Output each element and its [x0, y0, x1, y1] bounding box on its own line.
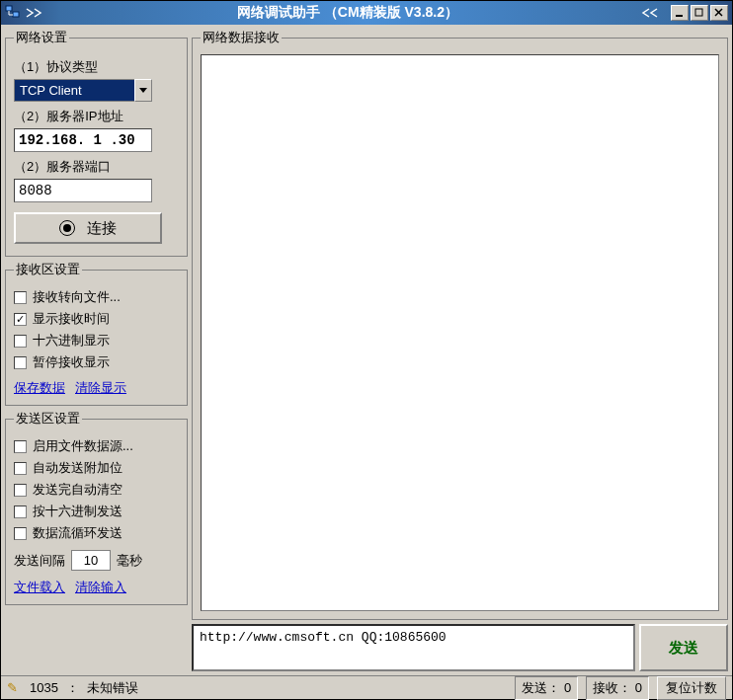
interval-label: 发送间隔: [14, 552, 65, 570]
protocol-value: TCP Client: [14, 79, 134, 102]
file-load-link[interactable]: 文件载入: [14, 579, 65, 596]
send-opt-label-2: 发送完自动清空: [33, 481, 122, 499]
title-left-chevron-icon: [25, 5, 54, 21]
send-settings-group: 发送区设置 启用文件数据源...自动发送附加位发送完自动清空按十六进制发送数据流…: [5, 410, 188, 605]
maximize-button[interactable]: [691, 5, 708, 21]
recv-data-group: 网络数据接收: [192, 29, 728, 620]
send-opt-checkbox-1[interactable]: [14, 462, 27, 475]
clear-input-link[interactable]: 清除输入: [75, 579, 126, 596]
send-opt-checkbox-0[interactable]: [14, 440, 27, 453]
send-settings-legend: 发送区设置: [14, 410, 82, 428]
recv-opt-checkbox-3[interactable]: [14, 356, 27, 369]
protocol-combo[interactable]: TCP Client: [14, 79, 152, 102]
send-opt-label-3: 按十六进制发送: [33, 503, 122, 520]
title-bar: 网络调试助手 （CM精装版 V3.8.2）: [1, 1, 732, 25]
send-opt-checkbox-4[interactable]: [14, 527, 27, 540]
send-opt-checkbox-3[interactable]: [14, 506, 27, 518]
recv-opt-label-3: 暂停接收显示: [33, 353, 110, 371]
recv-opt-row-2: 十六进制显示: [14, 332, 179, 350]
interval-unit: 毫秒: [117, 552, 142, 570]
sent-counter: 发送： 0: [515, 676, 578, 700]
status-code: 1035: [30, 680, 58, 695]
close-button[interactable]: [710, 5, 728, 21]
recv-opt-label-0: 接收转向文件...: [33, 288, 121, 306]
protocol-label: （1）协议类型: [14, 58, 179, 76]
send-textarea[interactable]: [192, 624, 635, 671]
connect-button[interactable]: 连接: [14, 212, 162, 244]
connect-label: 连接: [87, 219, 117, 238]
recv-data-legend: 网络数据接收: [201, 29, 282, 46]
connect-indicator-icon: [59, 220, 75, 236]
recv-opt-checkbox-1[interactable]: ✓: [14, 313, 27, 326]
recv-textarea[interactable]: [201, 54, 719, 611]
send-opt-label-4: 数据流循环发送: [33, 524, 122, 542]
status-message: 未知错误: [87, 679, 138, 697]
server-ip-input[interactable]: [14, 128, 152, 152]
send-opt-label-0: 启用文件数据源...: [33, 437, 133, 455]
port-label: （2）服务器端口: [14, 158, 179, 176]
interval-input[interactable]: [71, 550, 111, 571]
recv-opt-checkbox-2[interactable]: [14, 335, 27, 348]
window-title: 网络调试助手 （CM精装版 V3.8.2）: [54, 4, 641, 22]
svg-marker-8: [139, 88, 147, 93]
recv-counter: 接收： 0: [586, 676, 649, 700]
recv-opt-row-3: 暂停接收显示: [14, 353, 179, 371]
send-opt-row-4: 数据流循环发送: [14, 524, 179, 542]
status-icon: ✎: [7, 680, 18, 695]
network-settings-legend: 网络设置: [14, 29, 69, 46]
recv-settings-legend: 接收区设置: [14, 261, 82, 278]
chevron-down-icon[interactable]: [134, 79, 152, 102]
send-opt-row-3: 按十六进制发送: [14, 503, 179, 520]
status-bar: ✎ 1035 ： 未知错误 发送： 0 接收： 0 复位计数: [1, 675, 732, 699]
send-opt-checkbox-2[interactable]: [14, 484, 27, 497]
recv-opt-row-1: ✓显示接收时间: [14, 310, 179, 328]
network-settings-group: 网络设置 （1）协议类型 TCP Client （2）服务器IP地址 （2）服务…: [5, 29, 188, 257]
app-icon: [5, 5, 21, 21]
recv-opt-label-2: 十六进制显示: [33, 332, 110, 350]
server-port-input[interactable]: [14, 179, 152, 202]
recv-settings-group: 接收区设置 接收转向文件...✓显示接收时间十六进制显示暂停接收显示 保存数据 …: [5, 261, 188, 406]
svg-rect-1: [13, 12, 19, 17]
reset-counter-button[interactable]: 复位计数: [657, 676, 726, 700]
send-opt-row-1: 自动发送附加位: [14, 459, 179, 477]
save-data-link[interactable]: 保存数据: [14, 379, 65, 397]
send-button[interactable]: 发送: [639, 624, 728, 671]
title-right-chevron-icon: [641, 5, 671, 21]
clear-display-link[interactable]: 清除显示: [75, 379, 126, 397]
send-opt-row-0: 启用文件数据源...: [14, 437, 179, 455]
svg-rect-0: [6, 6, 12, 11]
ip-label: （2）服务器IP地址: [14, 108, 179, 125]
minimize-button[interactable]: [671, 5, 689, 21]
recv-opt-row-0: 接收转向文件...: [14, 288, 179, 306]
send-opt-row-2: 发送完自动清空: [14, 481, 179, 499]
svg-rect-5: [695, 9, 702, 16]
recv-opt-checkbox-0[interactable]: [14, 291, 27, 304]
recv-opt-label-1: 显示接收时间: [33, 310, 110, 328]
send-opt-label-1: 自动发送附加位: [33, 459, 122, 477]
